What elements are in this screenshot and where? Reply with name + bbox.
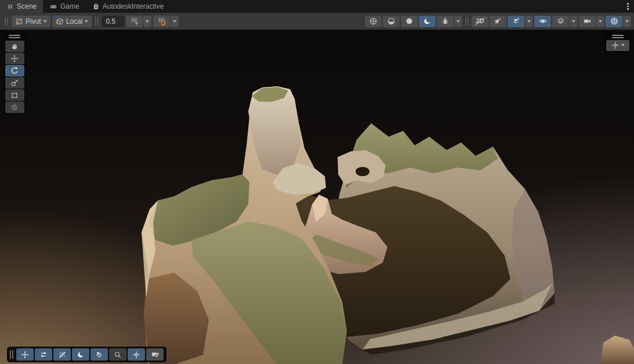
- orientation-cross-icon: [132, 351, 140, 359]
- rect-tool[interactable]: [5, 89, 24, 101]
- orientation-toggle[interactable]: [128, 348, 145, 361]
- snap-increment-input[interactable]: [102, 16, 124, 27]
- transform-icon: [10, 103, 19, 111]
- crescent-moon-icon: [423, 17, 432, 26]
- pivot-label: Pivot: [26, 17, 41, 26]
- gizmo-sphere-dropdown[interactable]: [623, 16, 631, 27]
- tab-autodeskinteractive[interactable]: AutodeskInteractive: [86, 0, 170, 13]
- grid-axis-button[interactable]: Y: [126, 16, 143, 27]
- wireframe-sphere-button[interactable]: [365, 16, 382, 27]
- toolbar-grip[interactable]: [5, 17, 8, 26]
- gizmo-sphere-icon: [610, 17, 619, 26]
- toolbar-grip[interactable]: [465, 17, 469, 26]
- camera-view-button[interactable]: [579, 16, 596, 27]
- gizmo-diamond-icon: [95, 351, 103, 359]
- tab-game[interactable]: Game: [43, 0, 86, 13]
- scale-tool[interactable]: [5, 77, 24, 89]
- tab-label: Scene: [17, 2, 37, 10]
- effects-dropdown[interactable]: [525, 16, 533, 27]
- view-orientation-gizmo-button[interactable]: [606, 40, 629, 51]
- effects-toggle[interactable]: [508, 16, 524, 27]
- move-arrows-icon: [10, 54, 19, 63]
- unlit-sphere-button[interactable]: [401, 16, 418, 27]
- layers-button[interactable]: [552, 16, 569, 27]
- rotate-tool[interactable]: [5, 65, 24, 77]
- grid-visibility-toggle[interactable]: [53, 348, 71, 361]
- lit-sphere-moon-button[interactable]: [419, 16, 436, 27]
- chevron-down-icon: [599, 20, 602, 23]
- orientation-overlay: [604, 32, 631, 53]
- cameras-toggle[interactable]: [146, 348, 164, 361]
- grid-snap-icon: [157, 17, 166, 26]
- chevron-down-icon: [572, 20, 575, 23]
- tab-scene[interactable]: Scene: [0, 0, 43, 13]
- hand-icon: [10, 42, 19, 50]
- scene-viewport[interactable]: [0, 30, 634, 364]
- rotate-icon: [10, 67, 19, 75]
- grid-axis-icon: Y: [130, 17, 139, 26]
- debug-bug-dropdown[interactable]: [454, 16, 462, 27]
- tab-label: AutodeskInteractive: [103, 2, 164, 10]
- videocam-icon: [583, 17, 592, 26]
- overlay-drag-handle[interactable]: [10, 350, 13, 359]
- tab-label: Game: [60, 2, 79, 10]
- layers-dropdown[interactable]: [570, 16, 578, 27]
- speaker-muted-icon: [494, 17, 502, 26]
- material-asset-icon: [92, 2, 100, 10]
- grid-snap-button[interactable]: [153, 16, 170, 27]
- chevron-down-icon: [527, 20, 531, 23]
- rock-formation[interactable]: [0, 30, 634, 364]
- tools-overlay: [3, 32, 26, 115]
- chevron-down-icon: [44, 20, 47, 23]
- view-options-toggle[interactable]: [72, 348, 89, 361]
- layers-icon: [556, 17, 565, 26]
- search-button[interactable]: [109, 348, 126, 361]
- chevron-down-icon: [625, 20, 629, 23]
- chevron-down-icon: [457, 20, 460, 23]
- chevron-down-icon: [146, 20, 149, 23]
- view-hand-tool[interactable]: [5, 41, 24, 52]
- eye-icon: [538, 17, 548, 26]
- rect-icon: [10, 91, 19, 99]
- unlit-sphere-icon: [405, 17, 414, 26]
- gizmos-toggle[interactable]: [90, 348, 108, 361]
- crescent-moon-icon: [77, 351, 85, 359]
- camera-view-dropdown[interactable]: [596, 16, 604, 27]
- videocam-record-icon: [151, 350, 160, 359]
- overlay-drag-handle[interactable]: [9, 32, 20, 40]
- transform-tool[interactable]: [5, 101, 24, 113]
- bug-icon: [441, 17, 450, 26]
- kebab-menu-icon[interactable]: [622, 0, 634, 13]
- overlay-drag-handle[interactable]: [612, 32, 624, 40]
- scene-toolbar: Pivot Local Y: [0, 13, 634, 30]
- grid-snap-dropdown[interactable]: [171, 16, 179, 27]
- search-icon: [114, 351, 122, 359]
- chevron-down-icon: [173, 20, 176, 23]
- audio-mute-toggle[interactable]: [490, 16, 506, 27]
- chevron-down-icon: [85, 20, 88, 23]
- grid-slashed-icon: [58, 351, 66, 359]
- shaded-wireframe-sphere-icon: [387, 17, 396, 26]
- handle-orientation-button[interactable]: Local: [52, 16, 92, 27]
- debug-bug-button[interactable]: [437, 16, 454, 27]
- svg-text:Y: Y: [135, 21, 138, 26]
- orientation-label: Local: [66, 17, 83, 26]
- move-arrows-icon: [21, 351, 29, 359]
- tools-toggle[interactable]: [16, 348, 34, 361]
- move-tool[interactable]: [5, 53, 24, 64]
- 2d-icon: 2D: [476, 18, 484, 24]
- chevron-down-icon: [621, 44, 625, 46]
- pivot-mode-button[interactable]: Pivot: [12, 16, 50, 27]
- shaded-wireframe-sphere-button[interactable]: [383, 16, 400, 27]
- toolbar-grip[interactable]: [95, 17, 99, 26]
- bottom-overlay-toolbar: [7, 347, 166, 362]
- scene-visibility-toggle[interactable]: [534, 16, 551, 27]
- tab-bar: Scene Game AutodeskInteractive: [0, 0, 634, 13]
- wireframe-sphere-icon: [369, 17, 378, 26]
- grid-axis-dropdown[interactable]: [143, 16, 151, 27]
- 2d-view-toggle[interactable]: 2D: [472, 16, 488, 27]
- effects-sparkle-icon: [512, 17, 520, 26]
- gizmo-sphere-button[interactable]: [606, 16, 622, 27]
- orientation-cross-icon: [611, 41, 619, 49]
- tool-settings-toggle[interactable]: [35, 348, 52, 361]
